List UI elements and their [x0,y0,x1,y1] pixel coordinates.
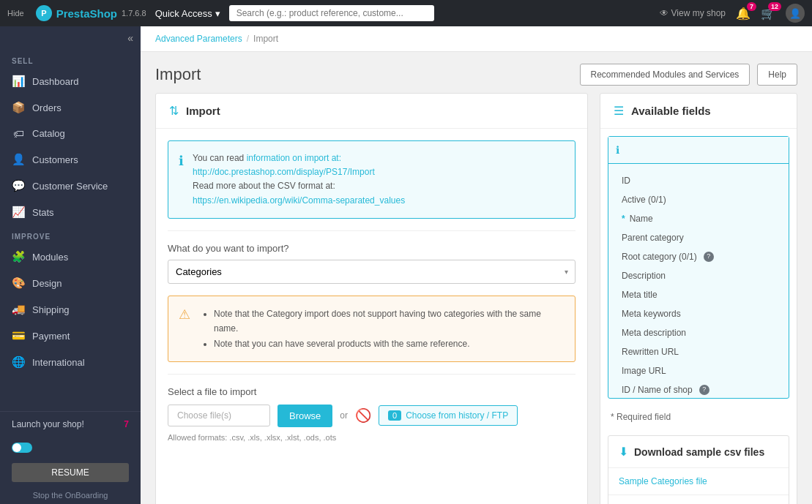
warning-item-2: Note that you can have several products … [214,336,565,351]
info-box-content: You can read information on import at: h… [193,151,405,208]
version-label: 1.7.6.8 [122,9,146,18]
chevron-down-icon: ▾ [215,8,220,19]
improve-section-label: IMPROVE [0,225,141,244]
field-label: ID [622,174,630,187]
warning-item-1: Note that the Category import does not s… [214,306,565,336]
field-parent-category: Parent category [616,228,781,247]
catalog-icon: 🏷 [12,127,25,140]
payment-icon: 💳 [12,329,25,342]
field-label: Image URL [622,364,666,377]
topbar-right: 👁 View my shop 🔔 7 🛒 12 👤 [660,4,805,23]
sample-products-link[interactable]: Sample Products file [608,495,789,504]
sidebar-item-stats[interactable]: 📈 Stats [0,199,141,225]
cart-badge: 12 [768,2,781,11]
import-type-select[interactable]: Categories Products Combinations Custome… [168,260,576,284]
page-header: Import Recommended Modules and Services … [141,52,812,93]
international-icon: 🌐 [12,356,25,369]
field-label: Root category (0/1) [622,250,697,263]
info-link-text[interactable]: information on import at: [247,153,341,163]
search-input[interactable] [229,5,434,21]
logo: P PrestaShop 1.7.6.8 [36,5,146,21]
browse-button[interactable]: Browse [278,405,332,427]
required-note: * Required field [600,406,797,428]
sidebar-item-label: Shipping [32,304,70,315]
quick-access-button[interactable]: Quick Access ▾ [155,8,220,19]
sidebar-item-modules[interactable]: 🧩 Modules [0,244,141,270]
field-label: Meta title [622,288,658,301]
field-rewritten-url: Rewritten URL [616,342,781,361]
sidebar-collapse-button[interactable]: « [127,32,133,44]
history-label: Choose from history / FTP [406,410,508,421]
sidebar: « SELL 📊 Dashboard 📦 Orders 🏷 Catalog 👤 … [0,26,141,504]
breadcrumb-parent[interactable]: Advanced Parameters [155,34,242,44]
launch-shop-label: Launch your shop! [12,419,84,429]
field-label: Active (0/1) [622,193,666,206]
stop-onboarding-link[interactable]: Stop the OnBoarding [0,486,141,504]
info-icon: ℹ [179,153,184,208]
breadcrumb: Advanced Parameters / Import [141,26,812,52]
resume-button[interactable]: RESUME [12,463,129,482]
eye-icon: 👁 [660,8,668,18]
sidebar-item-catalog[interactable]: 🏷 Catalog [0,121,141,146]
sidebar-item-customer-service[interactable]: 💬 Customer Service [0,173,141,199]
file-input-display: Choose file(s) [168,405,270,426]
fields-info-box: ℹ [608,137,789,164]
field-label: ID / Name of shop [622,383,693,396]
info-about-text: Read more about the CSV format at: [193,181,335,191]
sidebar-item-label: Modules [32,252,68,263]
sidebar-item-international[interactable]: 🌐 International [0,349,141,375]
main-layout: « SELL 📊 Dashboard 📦 Orders 🏷 Catalog 👤 … [0,26,812,504]
field-image-url: Image URL [616,361,781,380]
design-icon: 🎨 [12,277,25,290]
logo-text: PrestaShop [56,7,117,20]
sidebar-item-payment[interactable]: 💳 Payment [0,323,141,349]
customer-service-icon: 💬 [12,179,25,192]
import-card-header: ⇅ Import [156,94,587,129]
field-root-category: Root category (0/1) ? [616,247,781,266]
sidebar-item-label: Dashboard [32,76,79,87]
field-description: Description [616,266,781,285]
file-upload-section: Select a file to import Choose file(s) B… [156,375,587,454]
sidebar-item-label: Stats [32,207,54,218]
hide-button[interactable]: Hide [7,9,24,18]
help-button[interactable]: Help [757,64,797,86]
import-card-title: Import [186,105,220,117]
import-info-box: ℹ You can read information on import at:… [168,140,576,219]
view-my-shop-button[interactable]: 👁 View my shop [660,8,726,18]
help-icon[interactable]: ? [704,252,714,262]
recommended-modules-button[interactable]: Recommended Modules and Services [580,64,750,86]
warning-box: ⚠ Note that the Category import does not… [168,296,576,362]
sidebar-item-shipping[interactable]: 🚚 Shipping [0,296,141,323]
shipping-icon: 🚚 [12,303,25,316]
quick-access-label: Quick Access [155,8,212,19]
download-icon: ⬇ [619,445,628,459]
notifications-button[interactable]: 🔔 7 [736,7,750,20]
info-link-1[interactable]: http://doc.prestashop.com/display/PS17/I… [193,167,375,177]
field-label: Meta keywords [622,307,681,320]
sidebar-item-design[interactable]: 🎨 Design [0,270,141,296]
sell-section-label: SELL [0,50,141,68]
field-name: * Name [616,209,781,228]
sidebar-item-label: International [32,357,85,368]
sidebar-item-customers[interactable]: 👤 Customers [0,146,141,173]
history-ftp-button[interactable]: 0 Choose from history / FTP [379,405,518,426]
cart-button[interactable]: 🛒 12 [761,7,775,20]
user-avatar[interactable]: 👤 [786,4,805,23]
info-link-2[interactable]: https://en.wikipedia.org/wiki/Comma-sepa… [193,195,405,206]
list-icon: ☰ [614,104,624,118]
sample-categories-link[interactable]: Sample Categories file [608,468,789,495]
file-section-label: Select a file to import [168,386,576,397]
field-meta-keywords: Meta keywords [616,304,781,323]
stats-icon: 📈 [12,206,25,219]
modules-icon: 🧩 [12,250,25,263]
or-label: or [340,410,348,421]
toggle-switch[interactable] [12,443,129,453]
field-meta-title: Meta title [616,285,781,304]
shop-help-icon[interactable]: ? [699,385,709,395]
sidebar-item-orders[interactable]: 📦 Orders [0,94,141,121]
sidebar-toggle: « [0,26,141,50]
field-label: Rewritten URL [622,345,679,358]
field-label: Meta description [622,326,686,339]
sidebar-item-dashboard[interactable]: 📊 Dashboard [0,68,141,94]
svg-text:P: P [41,9,46,18]
